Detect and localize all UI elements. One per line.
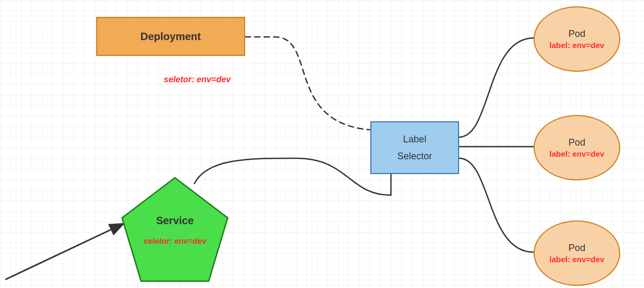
edge-selector-to-pod1 (459, 38, 534, 137)
deployment-label: Deployment (141, 31, 201, 43)
service-label: Service (120, 215, 230, 227)
deployment-node: Deployment (96, 17, 245, 56)
label-selector-line1: Label (403, 131, 426, 148)
pod-node-2: Pod label: env=dev (534, 115, 620, 180)
pod-label: label: env=dev (549, 149, 604, 158)
pod-label: label: env=dev (549, 255, 604, 264)
edge-deployment-to-selector (245, 37, 370, 130)
edge-ingress-to-service (5, 224, 124, 280)
deployment-selector-annotation: seletor: env=dev (164, 75, 231, 84)
edge-selector-to-pod3 (459, 158, 534, 252)
pod-node-3: Pod label: env=dev (534, 220, 620, 286)
pod-node-1: Pod label: env=dev (534, 6, 620, 72)
diagram-stage: Deployment seletor: env=dev Label Select… (0, 0, 644, 288)
service-selector-annotation: seletor: env=dev (120, 236, 230, 245)
pod-title: Pod (568, 137, 585, 148)
pod-title: Pod (568, 243, 585, 254)
service-labels: Service seletor: env=dev (120, 215, 230, 245)
service-node: Service seletor: env=dev (120, 177, 230, 282)
pod-title: Pod (568, 28, 585, 40)
label-selector-line2: Selector (397, 148, 432, 165)
label-selector-node: Label Selector (370, 121, 459, 174)
pod-label: label: env=dev (549, 41, 604, 50)
